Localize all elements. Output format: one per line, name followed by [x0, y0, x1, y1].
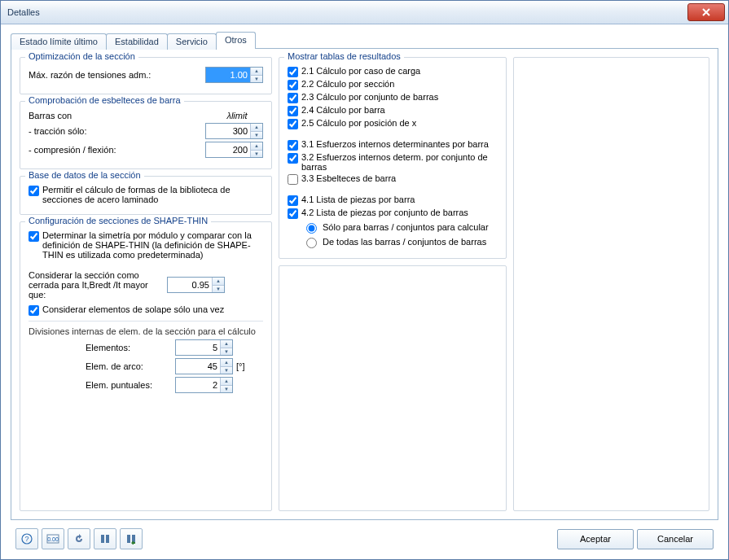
symmetry-input[interactable]: [29, 231, 39, 242]
elements-label: Elementos:: [86, 343, 175, 352]
result-table-checkbox[interactable]: 2.4 Cálculo por barra: [288, 105, 498, 116]
checkbox-label: 3.1 Esfuerzos internos determinantes por…: [301, 139, 489, 149]
checkbox-input[interactable]: [288, 106, 298, 116]
group-header: Base de datos de la sección: [25, 170, 144, 180]
arc-input[interactable]: [176, 359, 220, 374]
overlap-checkbox[interactable]: Considerar elementos de solape sólo una …: [29, 304, 263, 316]
spin-up-icon[interactable]: ▲: [221, 359, 232, 366]
units-button[interactable]: 0.00: [42, 528, 64, 549]
spin-up-icon[interactable]: ▲: [251, 68, 262, 75]
svg-rect-6: [127, 535, 130, 543]
help-button[interactable]: ?: [15, 528, 38, 549]
cancel-button[interactable]: Cancelar: [637, 529, 714, 549]
max-ratio-spinner[interactable]: ▲▼: [205, 67, 263, 83]
tab-otros[interactable]: Otros: [216, 32, 256, 49]
profile-arrow-icon: [125, 533, 137, 545]
spin-up-icon[interactable]: ▲: [251, 142, 262, 150]
checkbox-input[interactable]: [288, 153, 298, 164]
result-table-checkbox[interactable]: 4.2 Lista de piezas por conjunto de barr…: [288, 208, 498, 219]
closed-ratio-spinner[interactable]: ▲▼: [167, 277, 225, 293]
radio-input[interactable]: [306, 223, 317, 234]
tab-strip: Estado límite último Estabilidad Servici…: [11, 31, 718, 49]
checkbox-label: 3.3 Esbelteces de barra: [301, 173, 396, 183]
spin-down-icon[interactable]: ▼: [221, 366, 232, 374]
lambda-limit-header: λlimit: [211, 111, 263, 120]
footer: ? 0.00 Aceptar Cancelar: [11, 520, 718, 554]
checkbox-input[interactable]: [288, 140, 298, 151]
right-column: [513, 57, 709, 511]
tension-input[interactable]: [206, 124, 250, 138]
allow-lib-checkbox[interactable]: Permitir el cálculo de formas de la bibl…: [29, 185, 263, 204]
result-table-checkbox[interactable]: 3.3 Esbelteces de barra: [288, 173, 498, 185]
checkbox-input[interactable]: [288, 80, 298, 90]
checkbox-label: 2.1 Cálculo por caso de carga: [301, 66, 420, 76]
result-table-checkbox[interactable]: 4.1 Lista de piezas por barra: [288, 195, 498, 206]
checkbox-input[interactable]: [288, 195, 298, 206]
overlap-input[interactable]: [29, 305, 39, 316]
window-title: Detalles: [4, 7, 687, 17]
max-ratio-input[interactable]: [206, 68, 250, 82]
tab-estado-limite[interactable]: Estado límite último: [11, 33, 107, 50]
result-table-checkbox[interactable]: 2.3 Cálculo por conjunto de barras: [288, 92, 498, 103]
elements-input[interactable]: [176, 340, 220, 355]
allow-lib-input[interactable]: [29, 186, 39, 196]
checkbox-input[interactable]: [288, 208, 298, 219]
checkbox-input[interactable]: [288, 93, 298, 103]
checkbox-label: 4.1 Lista de piezas por barra: [301, 195, 415, 204]
allow-lib-label: Permitir el cálculo de formas de la bibl…: [42, 185, 263, 204]
svg-text:0.00: 0.00: [47, 536, 59, 542]
checkbox-label: 4.2 Lista de piezas por conjunto de barr…: [301, 208, 468, 217]
group-section-db: Base de datos de la sección Permitir el …: [20, 176, 272, 215]
max-ratio-label: Máx. razón de tensiones adm.:: [29, 70, 205, 80]
group-empty-right: [513, 57, 709, 511]
checkbox-input[interactable]: [288, 119, 298, 129]
result-table-checkbox[interactable]: 3.2 Esfuerzos internos determ. por conju…: [288, 152, 498, 172]
profile-1-button[interactable]: [94, 528, 116, 549]
close-button[interactable]: [687, 3, 725, 21]
compression-spinner[interactable]: ▲▼: [205, 142, 263, 158]
compression-input[interactable]: [206, 142, 250, 157]
spin-down-icon[interactable]: ▼: [213, 285, 224, 293]
result-table-checkbox[interactable]: 2.5 Cálculo por posición de x: [288, 118, 498, 129]
spin-up-icon[interactable]: ▲: [221, 340, 232, 348]
spin-up-icon[interactable]: ▲: [213, 278, 224, 285]
arc-spinner[interactable]: ▲▼: [175, 358, 233, 374]
tension-spinner[interactable]: ▲▼: [205, 123, 263, 139]
group-header: Mostrar tablas de resultados: [284, 51, 404, 61]
svg-rect-4: [101, 535, 104, 543]
overlap-label: Considerar elementos de solape sólo una …: [42, 304, 224, 314]
reset-button[interactable]: [68, 528, 90, 549]
ok-button[interactable]: Aceptar: [557, 529, 634, 549]
close-icon: [701, 8, 711, 16]
spin-down-icon[interactable]: ▼: [221, 348, 232, 356]
radio-input[interactable]: [306, 238, 317, 248]
svg-text:?: ?: [24, 535, 29, 543]
tab-estabilidad[interactable]: Estabilidad: [106, 33, 168, 50]
point-spinner[interactable]: ▲▼: [175, 377, 233, 393]
group-optimization: Optimización de la sección Máx. razón de…: [20, 57, 272, 94]
client-area: Estado límite último Estabilidad Servici…: [1, 24, 728, 559]
result-table-checkbox[interactable]: 3.1 Esfuerzos internos determinantes por…: [288, 139, 498, 151]
point-input[interactable]: [176, 378, 220, 392]
symmetry-checkbox[interactable]: Determinar la simetría por módulo y comp…: [29, 230, 263, 260]
parts-list-radio[interactable]: Sólo para barras / conjuntos para calcul…: [302, 221, 498, 234]
parts-list-radio[interactable]: De todas las barras / conjuntos de barra…: [302, 235, 498, 248]
elements-spinner[interactable]: ▲▼: [175, 339, 233, 356]
spin-down-icon[interactable]: ▼: [251, 131, 262, 139]
spin-up-icon[interactable]: ▲: [251, 124, 262, 131]
closed-ratio-input[interactable]: [168, 278, 212, 292]
mid-column: Mostrar tablas de resultados 2.1 Cálculo…: [279, 57, 507, 511]
group-empty-mid: [279, 265, 507, 511]
result-table-checkbox[interactable]: 2.1 Cálculo por caso de carga: [288, 66, 498, 77]
profile-2-button[interactable]: [120, 528, 143, 549]
checkbox-label: 2.4 Cálculo por barra: [301, 105, 385, 115]
spin-down-icon[interactable]: ▼: [221, 385, 232, 393]
checkbox-label: 2.3 Cálculo por conjunto de barras: [301, 92, 438, 102]
spin-up-icon[interactable]: ▲: [221, 378, 232, 385]
result-table-checkbox[interactable]: 2.2 Cálculo por sección: [288, 79, 498, 90]
tab-servicio[interactable]: Servicio: [167, 33, 217, 50]
checkbox-input[interactable]: [288, 67, 298, 77]
spin-down-icon[interactable]: ▼: [251, 150, 262, 158]
spin-down-icon[interactable]: ▼: [251, 75, 262, 83]
checkbox-input[interactable]: [288, 174, 298, 185]
